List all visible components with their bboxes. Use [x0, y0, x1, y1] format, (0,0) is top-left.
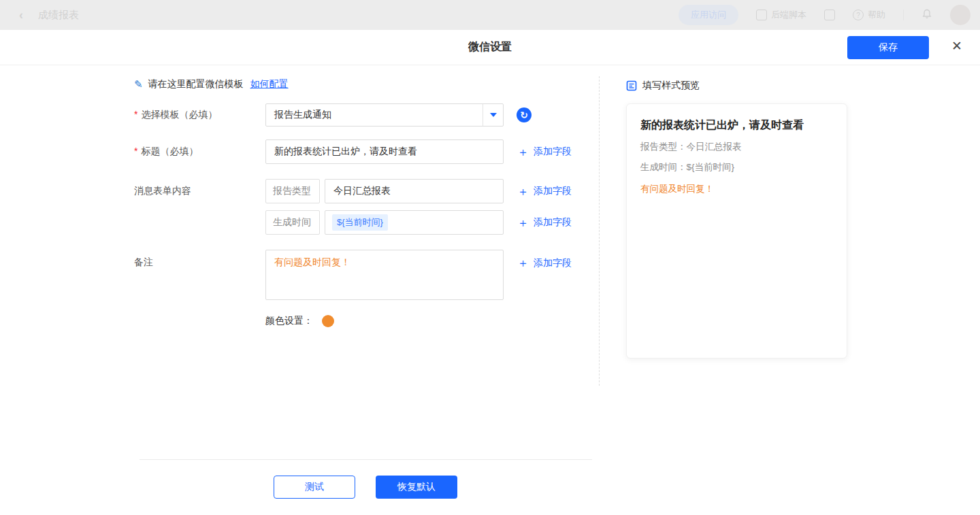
color-setting-row: 颜色设置： — [265, 315, 334, 327]
close-icon[interactable]: ✕ — [951, 38, 962, 54]
title-input[interactable] — [265, 139, 504, 164]
wechat-settings-modal: 微信设置 保存 ✕ ✎ 请在这里配置微信模板 如何配置 *选择模板（必填） 报告… — [0, 30, 980, 515]
color-swatch[interactable] — [322, 315, 334, 327]
report-page-title: 成绩报表 — [38, 9, 79, 22]
required-mark: * — [134, 109, 137, 120]
chevron-down-icon — [490, 113, 497, 117]
modal-title: 微信设置 — [0, 40, 980, 54]
test-button[interactable]: 测试 — [274, 476, 355, 499]
document-icon — [626, 80, 637, 91]
field-value-input[interactable]: ${当前时间} — [325, 210, 504, 235]
restore-default-button[interactable]: 恢复默认 — [376, 476, 457, 499]
save-button[interactable]: 保存 — [847, 36, 929, 59]
bell-icon[interactable] — [921, 9, 932, 22]
top-navbar: ‹ 成绩报表 应用访问 后端脚本 ? 帮助 — [0, 0, 980, 30]
variable-tag[interactable]: ${当前时间} — [332, 214, 388, 231]
config-hint-text: 请在这里配置微信模板 — [148, 78, 244, 90]
topbar-divider — [903, 10, 904, 20]
vertical-dashed-divider — [599, 76, 600, 386]
preview-card: 新的报表统计已出炉，请及时查看 报告类型：今日汇总报表 生成时间：${当前时间}… — [626, 103, 847, 359]
template-label: *选择模板（必填） — [134, 109, 265, 121]
field-value-input[interactable] — [325, 179, 504, 203]
how-to-configure-link[interactable]: 如何配置 — [250, 78, 289, 90]
preview-line: 报告类型：今日汇总报表 — [640, 141, 833, 153]
add-field-button[interactable]: ＋ 添加字段 — [517, 255, 572, 271]
back-icon[interactable]: ‹ — [19, 8, 23, 22]
preview-note: 有问题及时回复！ — [640, 183, 833, 195]
app-access-button[interactable]: 应用访问 — [679, 5, 738, 25]
preview-line: 生成时间：${当前时间} — [640, 161, 833, 173]
window-icon[interactable] — [824, 10, 835, 20]
field-key-input[interactable] — [265, 179, 320, 203]
plus-icon: ＋ — [517, 144, 529, 160]
remark-textarea[interactable]: 有问题及时回复！ — [265, 250, 504, 300]
config-hint: ✎ 请在这里配置微信模板 如何配置 — [134, 78, 289, 90]
plus-icon: ＋ — [517, 215, 529, 231]
plus-icon: ＋ — [517, 184, 529, 199]
color-setting-label: 颜色设置： — [265, 315, 313, 327]
add-field-button[interactable]: ＋ 添加字段 — [517, 184, 572, 199]
title-label: *标题（必填） — [134, 146, 265, 158]
refresh-button[interactable]: ↻ — [517, 107, 532, 122]
add-field-button[interactable]: ＋ 添加字段 — [517, 144, 572, 160]
pencil-icon: ✎ — [134, 78, 143, 90]
preview-header-text: 填写样式预览 — [642, 80, 700, 92]
field-key-input[interactable] — [265, 210, 320, 235]
plus-icon: ＋ — [517, 255, 529, 271]
template-select-value: 报告生成通知 — [266, 109, 483, 121]
help-icon: ? — [853, 10, 864, 20]
select-caret-area[interactable] — [483, 104, 503, 126]
script-icon — [756, 10, 767, 20]
preview-header: 填写样式预览 — [626, 80, 700, 92]
template-select[interactable]: 报告生成通知 — [265, 103, 504, 127]
help-button[interactable]: ? 帮助 — [853, 9, 885, 21]
add-field-button[interactable]: ＋ 添加字段 — [517, 215, 572, 231]
message-content-label: 消息表单内容 — [134, 185, 265, 197]
modal-header: 微信设置 保存 ✕ — [0, 30, 980, 65]
preview-title: 新的报表统计已出炉，请及时查看 — [640, 118, 833, 133]
avatar[interactable] — [950, 5, 970, 25]
backend-script-button[interactable]: 后端脚本 — [756, 9, 806, 21]
remark-label: 备注 — [134, 250, 265, 269]
footer-divider — [140, 459, 592, 460]
required-mark: * — [134, 146, 137, 156]
